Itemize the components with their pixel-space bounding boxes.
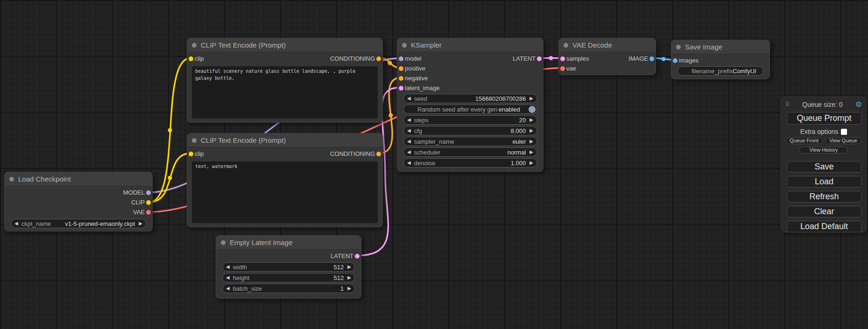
combo-right-arrow-icon[interactable]: ▶	[529, 150, 533, 154]
prompt-textarea[interactable]: text, watermark	[192, 161, 378, 223]
increment-arrow-icon[interactable]: ▶	[529, 96, 533, 101]
node-empty-latent-image[interactable]: Empty Latent Image LATENT ◀ width 512 ▶ …	[216, 235, 361, 299]
widget-label: sampler_name	[414, 138, 454, 145]
increment-arrow-icon[interactable]: ▶	[347, 275, 351, 280]
output-slot-latent[interactable]	[355, 254, 360, 259]
collapse-dot-icon[interactable]	[192, 43, 197, 48]
combo-right-arrow-icon[interactable]: ▶	[139, 221, 142, 226]
batch-size-number-widget[interactable]: ◀ batch_size 1 ▶	[222, 284, 355, 293]
queue-front-button[interactable]: Queue Front	[786, 137, 823, 144]
height-number-widget[interactable]: ◀ height 512 ▶	[222, 273, 355, 282]
node-titlebar[interactable]: CLIP Text Encode (Prompt)	[187, 133, 382, 147]
extra-options-label: Extra options	[800, 128, 839, 135]
load-button[interactable]: Load	[787, 176, 861, 188]
node-vae-decode[interactable]: VAE Decode samples IMAGE vae	[558, 38, 656, 75]
increment-arrow-icon[interactable]: ▶	[529, 128, 533, 133]
output-slot-conditioning[interactable]	[376, 56, 381, 61]
input-label: positive	[405, 65, 425, 72]
sampler-name-combo[interactable]: ◀ sampler_name euler ▶	[403, 137, 537, 146]
combo-right-arrow-icon[interactable]: ▶	[529, 139, 533, 144]
node-titlebar[interactable]: Load Checkpoint	[5, 172, 152, 186]
node-titlebar[interactable]: KSampler	[397, 38, 543, 52]
input-slot-samples[interactable]	[560, 56, 565, 61]
increment-arrow-icon[interactable]: ▶	[529, 118, 533, 122]
gear-icon[interactable]: ⚙	[855, 101, 862, 108]
increment-arrow-icon[interactable]: ▶	[347, 265, 351, 269]
decrement-arrow-icon[interactable]: ◀	[226, 275, 230, 280]
decrement-arrow-icon[interactable]: ◀	[226, 286, 230, 291]
widget-value: 8.000	[511, 127, 526, 134]
output-label: LATENT	[331, 252, 353, 259]
combo-left-arrow-icon[interactable]: ◀	[407, 150, 411, 154]
input-slot-model[interactable]	[399, 56, 403, 61]
output-slot-clip[interactable]	[146, 200, 151, 205]
decrement-arrow-icon[interactable]: ◀	[407, 161, 411, 165]
cfg-number-widget[interactable]: ◀ cfg 8.000 ▶	[403, 126, 537, 135]
collapse-dot-icon[interactable]	[564, 43, 568, 48]
queue-prompt-button[interactable]: Queue Prompt	[787, 112, 861, 125]
prompt-textarea[interactable]: beautiful scenery nature glass bottle la…	[192, 66, 378, 119]
load-default-button[interactable]: Load Default	[787, 221, 861, 232]
clear-button[interactable]: Clear	[787, 206, 861, 217]
node-save-image[interactable]: Save Image images filename_prefix ComfyU…	[671, 40, 770, 79]
increment-arrow-icon[interactable]: ▶	[347, 286, 351, 291]
output-slot-latent[interactable]	[537, 56, 542, 61]
collapse-dot-icon[interactable]	[9, 177, 14, 182]
output-slot-vae[interactable]	[146, 210, 151, 215]
node-load-checkpoint[interactable]: Load Checkpoint MODEL CLIP VAE ◀ ckpt_na…	[4, 172, 153, 231]
increment-arrow-icon[interactable]: ▶	[529, 161, 533, 165]
node-title: CLIP Text Encode (Prompt)	[201, 41, 286, 49]
node-titlebar[interactable]: CLIP Text Encode (Prompt)	[187, 38, 382, 52]
node-clip-text-encode-positive[interactable]: CLIP Text Encode (Prompt) clip CONDITION…	[187, 38, 383, 123]
input-slot-vae[interactable]	[560, 66, 565, 71]
input-slot-latent-image[interactable]	[399, 86, 403, 91]
refresh-button[interactable]: Refresh	[787, 191, 861, 203]
input-slot-positive[interactable]	[399, 66, 403, 71]
collapse-dot-icon[interactable]	[192, 138, 197, 143]
node-ksampler[interactable]: KSampler model LATENT positive negative …	[397, 38, 543, 172]
node-titlebar[interactable]: Save Image	[671, 40, 769, 54]
seed-toggle-knob[interactable]	[529, 106, 536, 113]
view-queue-button[interactable]: View Queue	[825, 137, 862, 144]
random-seed-toggle-widget[interactable]: Random seed after every gen enabled	[403, 105, 537, 114]
input-slot-images[interactable]	[673, 58, 677, 63]
drag-handle-icon[interactable]: ⠿	[785, 101, 790, 108]
combo-left-arrow-icon[interactable]: ◀	[14, 221, 18, 226]
input-slot-clip[interactable]	[189, 56, 193, 61]
input-slot-negative[interactable]	[399, 76, 403, 81]
output-slot-conditioning[interactable]	[376, 152, 381, 156]
decrement-arrow-icon[interactable]: ◀	[407, 96, 411, 101]
scheduler-combo[interactable]: ◀ scheduler normal ▶	[403, 147, 537, 157]
steps-number-widget[interactable]: ◀ steps 20 ▶	[403, 115, 537, 125]
view-history-button[interactable]: View History	[799, 147, 848, 154]
input-slot-clip[interactable]	[189, 152, 193, 156]
widget-value: enabled	[499, 106, 520, 113]
collapse-dot-icon[interactable]	[221, 240, 226, 245]
collapse-dot-icon[interactable]	[402, 43, 407, 48]
widget-label: ckpt_name	[21, 220, 51, 227]
widget-value: 1	[340, 285, 344, 292]
widget-value: euler	[512, 138, 526, 145]
widget-label: width	[233, 264, 247, 271]
combo-left-arrow-icon[interactable]: ◀	[407, 139, 411, 144]
decrement-arrow-icon[interactable]: ◀	[407, 128, 411, 133]
collapse-dot-icon[interactable]	[676, 45, 681, 49]
node-titlebar[interactable]: Empty Latent Image	[216, 236, 361, 250]
widget-value: 20	[519, 117, 526, 124]
ckpt-name-combo[interactable]: ◀ ckpt_name v1-5-pruned-emaonly.ckpt ▶	[11, 219, 146, 228]
widget-value: 156680208700286	[475, 95, 526, 102]
output-label: MODEL	[123, 189, 145, 196]
output-slot-model[interactable]	[146, 190, 151, 195]
output-slot-image[interactable]	[649, 56, 654, 61]
denoise-number-widget[interactable]: ◀ denoise 1.000 ▶	[403, 158, 537, 168]
node-titlebar[interactable]: VAE Decode	[559, 38, 656, 52]
decrement-arrow-icon[interactable]: ◀	[407, 118, 411, 122]
decrement-arrow-icon[interactable]: ◀	[226, 265, 230, 269]
seed-number-widget[interactable]: ◀ seed 156680208700286 ▶	[403, 94, 537, 103]
width-number-widget[interactable]: ◀ width 512 ▶	[222, 262, 355, 272]
extra-options-checkbox[interactable]	[841, 129, 847, 135]
filename-prefix-widget[interactable]: filename_prefix ComfyUI	[677, 66, 763, 76]
input-label: model	[405, 55, 421, 62]
save-button[interactable]: Save	[787, 161, 861, 173]
node-clip-text-encode-negative[interactable]: CLIP Text Encode (Prompt) clip CONDITION…	[187, 133, 383, 227]
